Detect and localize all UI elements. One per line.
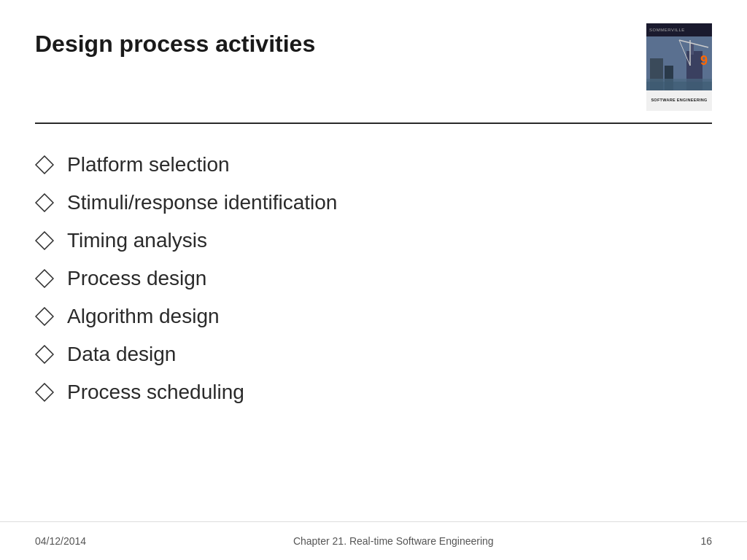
footer-page: 16 <box>700 535 712 547</box>
bullet-text: Stimuli/response identification <box>67 191 337 214</box>
diamond-icon <box>35 345 54 364</box>
book-cover: SOMMERVILLE <box>646 23 712 111</box>
diamond-icon <box>35 307 54 326</box>
bullet-text: Timing analysis <box>67 229 207 252</box>
bullet-list: Platform selection Stimuli/response iden… <box>35 146 712 411</box>
bullet-text: Platform selection <box>67 153 230 176</box>
bullet-text: Process design <box>67 267 206 290</box>
list-item: Stimuli/response identification <box>35 184 712 222</box>
slide-content: Platform selection Stimuli/response iden… <box>0 124 747 411</box>
list-item: Process scheduling <box>35 373 712 411</box>
footer-date: 04/12/2014 <box>35 535 86 547</box>
slide-footer: 04/12/2014 Chapter 21. Real-time Softwar… <box>0 521 747 560</box>
bullet-text: Process scheduling <box>67 381 244 404</box>
diamond-icon <box>35 193 54 212</box>
book-edition: 9 <box>700 53 708 69</box>
svg-rect-9 <box>646 82 712 90</box>
bullet-text: Data design <box>67 343 176 366</box>
book-title: SOFTWARE ENGINEERING <box>651 98 707 103</box>
footer-chapter: Chapter 21. Real-time Software Engineeri… <box>293 535 494 547</box>
slide-title: Design process activities <box>35 23 315 58</box>
list-item: Process design <box>35 260 712 298</box>
diamond-icon <box>35 269 54 288</box>
list-item: Platform selection <box>35 146 712 184</box>
list-item: Algorithm design <box>35 298 712 335</box>
list-item: Timing analysis <box>35 222 712 260</box>
diamond-icon <box>35 155 54 174</box>
slide: Design process activities SOMMERVILLE <box>0 0 747 560</box>
slide-header: Design process activities SOMMERVILLE <box>0 0 747 111</box>
book-author-label: SOMMERVILLE <box>649 28 685 32</box>
book-image: 9 <box>646 36 712 90</box>
diamond-icon <box>35 231 54 250</box>
bullet-text: Algorithm design <box>67 305 220 328</box>
diamond-icon <box>35 383 54 402</box>
list-item: Data design <box>35 335 712 373</box>
